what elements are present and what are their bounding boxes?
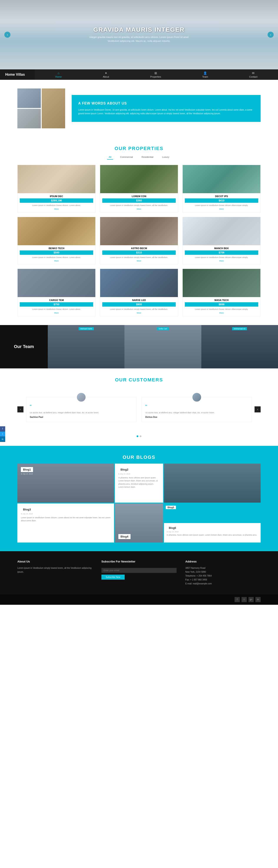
hero-prev-button[interactable]: ‹ [4,32,10,38]
footer-bottom: f t g+ in [0,594,278,605]
property-card-5: ASTRO BECM $310 Lorem ipsum in Vestibulu… [100,217,178,265]
footer-twitter[interactable]: t [242,597,247,602]
quote-icon-2: " [145,404,248,409]
properties-icon: ⊞ [155,71,157,75]
property-desc-4: Lorem ipsum in Vestibulum Donec dictum. … [20,256,93,259]
footer-address-list: 3857 Harmony Road New York, 2154 5890 Te… [185,566,260,586]
blog-label-6: Blog6 [167,526,258,530]
property-price-2: $360 [102,198,176,203]
property-name-5: ASTRO BECM [102,247,176,250]
team-member-2: Sofia Carl [124,325,201,368]
nav-about-label: About [103,75,109,78]
testimonial-avatar-2 [192,393,201,402]
blog-date-3: ● July 14, 2016 [21,513,111,515]
blogs-title: OUR BLOGS [18,455,260,460]
property-info-3: DECOT IPS $410 Lorem ipsum in Vestibulum… [183,193,260,212]
blog-text-6: In pharetra. Nunc ultrices sem ipsum qua… [167,534,258,537]
blog-card-1: Blog1 ● July 14, 2016 [18,464,114,503]
property-info-7: CARGO TEM $750 Lorem ipsum in Vestibulum… [18,297,95,316]
footer-google[interactable]: g+ [248,597,254,602]
subscribe-button[interactable]: Subscribe Now [102,575,125,580]
about-text: Lorem ipsum in Vestibulum Donec. Ut sem … [78,108,254,115]
property-desc-8: Lorem ipsum in Vestibulum simply lowest … [102,308,176,311]
blog-text-3: Lorem ipsum in Vestibulum Donec dictum. … [21,516,111,522]
address-line-4: Fax: + 1 657 860 3456 [185,578,260,582]
property-more-4[interactable]: More [20,260,93,262]
footer-newsletter: Subscribe For Newsletter Subscribe Now [102,560,177,586]
testimonials-prev[interactable]: ‹ [18,406,24,412]
property-more-3[interactable]: More [185,208,258,210]
property-card-9: MASA TECH $898 Lorem ipsum in Vestibulum… [183,269,260,316]
dot-2[interactable] [140,435,141,437]
nav-properties[interactable]: ⊞ Properties [147,69,165,80]
nav-about[interactable]: ✦ About [99,69,112,80]
blog-card-2: Blog2 ● July 14, 2016 In pharetra. Nunc … [115,464,163,503]
testimonial-card-2: " Us auctor duis, at eleifend arcu. Inte… [142,397,252,422]
team-member-3: Mohamad Ali [201,325,278,368]
filter-all[interactable]: All [107,155,113,160]
property-img-4 [18,217,95,245]
property-img-1 [18,165,95,193]
dot-1[interactable] [137,435,138,437]
property-name-8: NARVE LED [102,299,176,301]
filter-commercial[interactable]: Commercial [118,155,135,160]
nav-home[interactable]: ⌂ Home [52,69,65,80]
property-more-1[interactable]: More [20,208,93,210]
property-img-2 [100,165,178,193]
filter-residential[interactable]: Residential [140,155,155,160]
hero-content: GRAVIDA MAURIS INTEGER Integer gravida m… [85,26,193,43]
property-card-8: NARVE LED $900 Lorem ipsum in Vestibulum… [100,269,178,316]
blog-overlay-3: x [164,464,260,503]
property-more-6[interactable]: More [185,260,258,262]
facebook-icon[interactable]: f [0,426,5,432]
filter-luxury[interactable]: Luxury [160,155,171,160]
team-member-name-1: Michael Kahit [79,327,94,330]
property-info-8: NARVE LED $900 Lorem ipsum in Vestibulum… [100,297,178,316]
property-more-2[interactable]: More [102,208,176,210]
footer-about-text: Lorem ipsum in Vestibulum simply lowest … [18,566,93,574]
blog-label-3: Blog3 [21,507,111,512]
testimonial-avatar-1 [77,393,86,402]
carousel-dots [18,435,260,437]
blog-meta-1: ● July 14, 2016 [21,473,111,475]
hero-description: Integer gravida mauris non mi gravida, a… [85,35,193,43]
property-desc-3: Lorem ipsum in Vestibulum Donec dictum u… [185,204,258,207]
property-img-5 [100,217,178,245]
property-card-3: DECOT IPS $410 Lorem ipsum in Vestibulum… [183,165,260,213]
blogs-row-1: Blog1 ● July 14, 2016 Blog2 ● July 14, 2… [18,464,260,503]
property-price-3: $410 [185,198,258,203]
footer-facebook[interactable]: f [234,597,240,602]
about-icon: ✦ [105,71,107,75]
address-line-3: Telephone: + 254 456 7864 [185,574,260,578]
testimonials-next[interactable]: › [254,406,260,412]
nav-team[interactable]: 👤 Team [199,69,212,80]
property-more-7[interactable]: More [20,312,93,314]
about-section: A FEW WORDS ABOUT US Lorem ipsum in Vest… [0,80,278,137]
blogs-section: OUR BLOGS Blog1 ● July 14, 2016 Blog2 ● … [0,446,278,551]
property-more-5[interactable]: More [102,260,176,262]
property-card-4: BENKO TECH $590 Lorem ipsum in Vestibulu… [18,217,95,265]
brand-logo[interactable]: Home Villas [0,69,35,80]
newsletter-email-input[interactable] [102,568,177,573]
team-members: Michael Kahit Sofia Carl Mohamad Ali [48,325,278,368]
nav-contact[interactable]: ✉ Contact [246,69,261,80]
address-line-2: New York, 2154 5890 [185,570,260,574]
property-info-6: MANCH BEK $706 Lorem ipsum in Vestibulum… [183,245,260,264]
blog-label-5: Blog5 [166,506,176,509]
property-info-1: IPSUM DEC $269,196 Lorem ipsum in Vestib… [18,193,95,212]
property-more-9[interactable]: More [185,312,258,314]
property-name-7: CARGO TEM [20,299,93,301]
blog-text-2: In pharetra. Nunc ultrices sem ipsum qua… [118,476,160,489]
property-price-8: $900 [102,302,176,307]
footer-address-title: Address [185,560,260,563]
property-price-4: $590 [20,250,93,255]
nav-home-label: Home [55,75,62,78]
twitter-icon[interactable]: t [0,432,5,437]
footer-newsletter-title: Subscribe For Newsletter [102,560,177,563]
footer-linkedin[interactable]: in [255,597,260,602]
nav-contact-label: Contact [249,75,257,78]
property-more-8[interactable]: More [102,312,176,314]
about-images [18,89,65,128]
hero-next-button[interactable]: › [268,32,274,38]
linkedin-icon[interactable]: in [0,437,5,442]
